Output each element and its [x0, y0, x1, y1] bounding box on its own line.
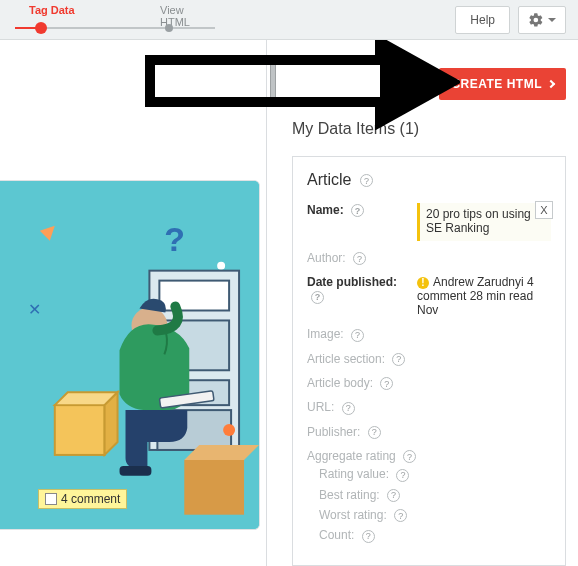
- toolbar-right: Help: [455, 6, 566, 34]
- main: ✕ ?: [0, 40, 578, 566]
- card-header-label: Article: [307, 171, 351, 188]
- create-html-label: CREATE HTML: [451, 77, 542, 91]
- chevron-down-icon: [548, 18, 556, 22]
- field-author-label: Author: ?: [307, 251, 417, 265]
- scroll-handle[interactable]: [270, 62, 276, 102]
- close-icon[interactable]: X: [535, 201, 553, 219]
- slider-knob[interactable]: [35, 22, 47, 34]
- svg-rect-5: [159, 281, 229, 311]
- help-icon[interactable]: ?: [342, 402, 355, 415]
- tagged-text-pill[interactable]: 4 comment: [38, 489, 127, 509]
- svg-point-9: [223, 424, 235, 436]
- column-divider[interactable]: [266, 40, 278, 566]
- field-image-label: Image: ?: [307, 327, 417, 341]
- help-icon[interactable]: ?: [403, 450, 416, 463]
- field-url-label: URL: ?: [307, 400, 417, 414]
- field-date-label: Date published: ?: [307, 275, 417, 303]
- help-icon[interactable]: ?: [387, 489, 400, 502]
- step-slider[interactable]: Tag Data View HTML: [15, 4, 215, 22]
- tag-icon: [45, 493, 57, 505]
- field-name-label: Name: ?: [307, 203, 417, 217]
- help-icon[interactable]: ?: [368, 426, 381, 439]
- field-section-label: Article section: ?: [307, 352, 417, 366]
- right-column: CREATE HTML My Data Items (1) Article ? …: [278, 40, 578, 566]
- field-date-value: !Andrew Zarudnyi 4 comment 28 min read N…: [417, 275, 551, 317]
- help-icon[interactable]: ?: [394, 509, 407, 522]
- field-body-label: Article body: ?: [307, 376, 417, 390]
- svg-text:✕: ✕: [28, 301, 41, 318]
- help-icon[interactable]: ?: [362, 530, 375, 543]
- field-author-row: Author: ?: [307, 251, 551, 265]
- svg-text:?: ?: [164, 220, 185, 258]
- article-card: Article ? Name: ? 20 pro tips on using S…: [292, 156, 566, 566]
- step-1-label: Tag Data: [29, 4, 75, 16]
- field-name-value[interactable]: 20 pro tips on using SE Ranking X: [417, 203, 551, 241]
- card-header: Article ?: [307, 171, 551, 189]
- svg-rect-12: [120, 466, 152, 476]
- slider-end: [165, 24, 173, 32]
- left-column: ✕ ?: [0, 40, 266, 566]
- field-publisher-row: Publisher: ?: [307, 425, 551, 439]
- field-section-row: Article section: ?: [307, 352, 551, 366]
- field-url-row: URL: ?: [307, 400, 551, 414]
- svg-rect-14: [55, 405, 105, 455]
- help-button[interactable]: Help: [455, 6, 510, 34]
- help-icon[interactable]: ?: [351, 329, 364, 342]
- warning-icon: !: [417, 277, 429, 289]
- svg-point-2: [217, 262, 225, 270]
- help-icon[interactable]: ?: [353, 252, 366, 265]
- create-html-wrap: CREATE HTML: [282, 40, 578, 110]
- field-image-row: Image: ?: [307, 327, 551, 341]
- settings-button[interactable]: [518, 6, 566, 34]
- aggregate-sublist: Rating value: ? Best rating: ? Worst rat…: [319, 467, 551, 542]
- help-icon[interactable]: ?: [351, 204, 364, 217]
- field-aggregate-label: Aggregate rating ?: [307, 449, 417, 463]
- tag-text: 4 comment: [61, 492, 120, 506]
- field-name-row: Name: ? 20 pro tips on using SE Ranking …: [307, 203, 551, 241]
- field-aggregate-row: Aggregate rating ?: [307, 449, 551, 463]
- help-icon[interactable]: ?: [392, 353, 405, 366]
- chevron-right-icon: [547, 80, 555, 88]
- field-date-row: Date published: ? !Andrew Zarudnyi 4 com…: [307, 275, 551, 317]
- section-title: My Data Items (1): [282, 110, 578, 148]
- create-html-button[interactable]: CREATE HTML: [439, 68, 566, 100]
- best-rating-label: Best rating: ?: [319, 488, 429, 502]
- article-preview[interactable]: ✕ ?: [0, 180, 260, 530]
- help-icon[interactable]: ?: [396, 469, 409, 482]
- help-icon[interactable]: ?: [311, 291, 324, 304]
- toolbar: Tag Data View HTML Help: [0, 0, 578, 40]
- help-icon[interactable]: ?: [380, 377, 393, 390]
- gear-icon: [528, 12, 544, 28]
- field-publisher-label: Publisher: ?: [307, 425, 417, 439]
- worst-rating-label: Worst rating: ?: [319, 508, 429, 522]
- svg-rect-17: [184, 460, 244, 515]
- field-body-row: Article body: ?: [307, 376, 551, 390]
- count-label: Count: ?: [319, 528, 429, 542]
- rating-value-label: Rating value: ?: [319, 467, 429, 481]
- help-icon[interactable]: ?: [360, 174, 373, 187]
